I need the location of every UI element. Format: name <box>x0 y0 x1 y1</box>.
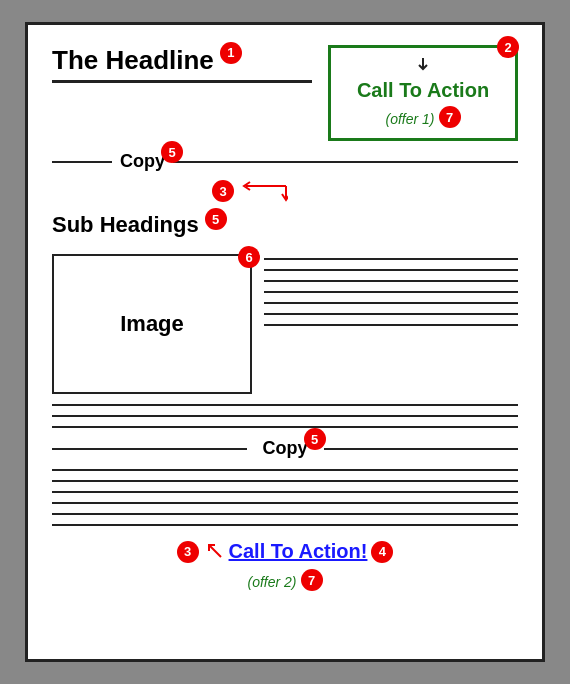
body-lines-2 <box>52 469 518 526</box>
body-line-1 <box>52 404 518 406</box>
text-line-4 <box>264 291 518 293</box>
badge-5a: 5 <box>161 141 183 163</box>
copy-line-right <box>173 161 518 163</box>
badge-4: 4 <box>371 541 393 563</box>
copy-label: Copy 5 <box>120 151 165 172</box>
image-label: Image <box>120 311 184 337</box>
cta-top-main: Call To Action <box>345 78 501 102</box>
sub-headings-label: Sub Headings <box>52 212 199 238</box>
body-line-7 <box>52 502 518 504</box>
page: The Headline 1 2 Call To Action (offer 1… <box>25 22 545 662</box>
arrow-left-icon <box>238 180 288 202</box>
copy-row: Copy 5 <box>52 151 518 172</box>
bottom-cta-link[interactable]: Call To Action! <box>229 540 368 563</box>
body-line-8 <box>52 513 518 515</box>
badge-6: 6 <box>238 246 260 268</box>
body-line-9 <box>52 524 518 526</box>
headline-text: The Headline <box>52 45 214 76</box>
headline-row: The Headline 1 2 Call To Action (offer 1… <box>52 45 518 141</box>
badge-3b: 3 <box>177 541 199 563</box>
text-line-3 <box>264 280 518 282</box>
badge-7b: 7 <box>301 569 323 591</box>
copy-center-line-left <box>52 448 247 450</box>
text-line-1 <box>264 258 518 260</box>
body-line-5 <box>52 480 518 482</box>
body-line-4 <box>52 469 518 471</box>
up-left-arrow-icon <box>203 541 225 563</box>
image-box: 6 Image <box>52 254 252 394</box>
headline-underline <box>52 80 312 83</box>
body-lines-1 <box>52 404 518 428</box>
down-arrow-icon <box>416 58 430 72</box>
image-text-row: 6 Image <box>52 254 518 394</box>
body-line-2 <box>52 415 518 417</box>
copy-center-line-right <box>324 448 519 450</box>
bottom-cta-area: 3 Call To Action! 4 (offer 2) 7 <box>52 540 518 591</box>
badge-1: 1 <box>220 42 242 64</box>
badge-3a: 3 <box>212 180 234 202</box>
badge-2: 2 <box>497 36 519 58</box>
copy-line-left <box>52 161 112 163</box>
text-line-7 <box>264 324 518 326</box>
text-line-6 <box>264 313 518 315</box>
copy-center-row: Copy 5 <box>52 438 518 459</box>
cta-top-sub: (offer 1) <box>385 111 434 127</box>
body-line-3 <box>52 426 518 428</box>
cta-box-top[interactable]: 2 Call To Action (offer 1) 7 <box>328 45 518 141</box>
text-lines-right <box>264 254 518 326</box>
arrow-row: 3 <box>52 180 518 202</box>
text-line-5 <box>264 302 518 304</box>
bottom-cta-sub: (offer 2) <box>247 574 296 590</box>
badge-5c: 5 <box>304 428 326 450</box>
body-line-6 <box>52 491 518 493</box>
copy-center-label: Copy 5 <box>263 438 308 459</box>
text-line-2 <box>264 269 518 271</box>
badge-5b: 5 <box>205 208 227 230</box>
sub-headings-row: Sub Headings 5 <box>52 208 227 246</box>
badge-7a: 7 <box>439 106 461 128</box>
svg-line-3 <box>209 545 221 557</box>
